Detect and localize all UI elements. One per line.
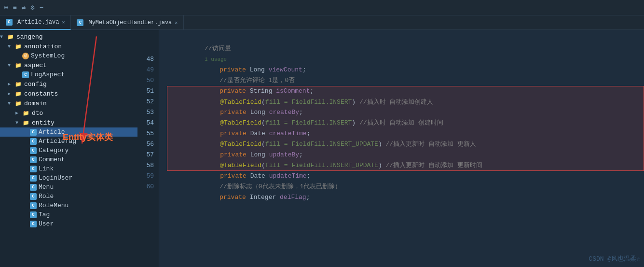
toolbar-icons: ⊕ ≡ ⇌ ⚙ −	[4, 3, 43, 12]
type-long-48: Long	[250, 66, 269, 73]
arrow-empty3	[23, 129, 30, 135]
class-icon-logaspect: C	[22, 71, 29, 78]
tree-item-logaspect[interactable]: C LogAspect	[0, 70, 137, 79]
type-long-52: Long	[250, 109, 269, 116]
arrow-config: ▶	[8, 81, 14, 87]
sidebar[interactable]: ▼ 📁 sangeng ▼ 📁 annotation @ SystemLog ▼…	[0, 30, 137, 267]
folder-icon-aspect: 📁	[14, 61, 22, 69]
label-annotation: annotation	[24, 43, 62, 50]
tab-meta-handler[interactable]: C MyMetaObjectHandler.java ✕	[71, 15, 184, 30]
split-icon[interactable]: ⇌	[22, 3, 26, 12]
tree-item-sangeng[interactable]: ▼ 📁 sangeng	[0, 32, 137, 42]
tree-item-constants[interactable]: ▶ 📁 constants	[0, 89, 137, 98]
arrow-empty5	[23, 148, 30, 153]
tree-item-systemlog[interactable]: @ SystemLog	[0, 51, 137, 60]
tab-label-2: MyMetaObjectHandler.java	[88, 19, 172, 26]
label-domain: domain	[24, 100, 47, 107]
tree-item-category[interactable]: C Category	[0, 146, 137, 155]
arrow-empty6	[23, 157, 30, 162]
annotation-icon-systemlog: @	[22, 53, 29, 59]
anno-val-insertupdate-57: INSERT_UPDATE	[329, 162, 378, 169]
annotation-51: @TableField	[205, 98, 261, 106]
code-lines: //访问量 1 usage private Long viewCount; //…	[159, 30, 644, 267]
ln-49: 49	[137, 65, 159, 75]
arrow-sangeng: ▼	[0, 34, 7, 40]
tree-item-menu[interactable]: C Menu	[0, 183, 137, 192]
ln-48: 48	[137, 54, 159, 65]
tree-item-user[interactable]: C User	[0, 219, 137, 228]
tree-item-loginuser[interactable]: C LoginUser	[0, 173, 137, 183]
folder-icon-sangeng: 📁	[7, 33, 14, 41]
class-icon-articletag: C	[30, 138, 37, 145]
label-constants: constants	[24, 90, 58, 98]
arrow-aspect: ▼	[8, 63, 14, 68]
arrow-entity: ▼	[15, 120, 22, 126]
ln-56: 56	[137, 139, 159, 150]
field-createtime: createTime	[269, 130, 307, 137]
tab-article-java[interactable]: C Article.java ✕	[0, 15, 71, 30]
label-config: config	[24, 81, 47, 88]
label-tag: Tag	[39, 211, 50, 218]
field-delflag: delFlag	[280, 194, 306, 201]
tree-item-rolemenu[interactable]: C RoleMenu	[0, 201, 137, 210]
label-user: User	[39, 220, 54, 227]
tab-java-icon: C	[6, 19, 13, 26]
label-article: Article	[39, 128, 65, 136]
comment-49: //是否允许评论 1是，0否	[205, 77, 295, 84]
tree-item-articletag[interactable]: C ArticleTag	[0, 137, 137, 146]
tree-item-comment[interactable]: C Comment	[0, 155, 137, 164]
tab-close-2[interactable]: ✕	[175, 20, 178, 26]
arrow-dto: ▶	[15, 110, 22, 116]
arrow-empty12	[23, 212, 30, 217]
tree-item-role[interactable]: C Role	[0, 192, 137, 201]
annotation-57: @TableField	[205, 162, 261, 169]
list-icon[interactable]: ≡	[13, 4, 16, 12]
ln-usage	[137, 43, 159, 54]
class-icon-link: C	[30, 166, 37, 172]
tree-item-aspect[interactable]: ▼ 📁 aspect	[0, 60, 137, 70]
folder-icon-domain: 📁	[14, 99, 22, 107]
comment-59: //删除标志（0代表未删除，1代表已删除）	[205, 183, 341, 190]
folder-icon-constants: 📁	[14, 90, 22, 98]
tree-item-entity[interactable]: ▼ 📁 entity	[0, 118, 137, 127]
arrow-empty2	[15, 72, 22, 77]
class-icon-category: C	[30, 147, 37, 154]
tab-java-icon-2: C	[77, 19, 83, 26]
ln-comment1	[137, 33, 159, 43]
type-date-54: Date	[250, 130, 269, 137]
tab-bar: C Article.java ✕ C MyMetaObjectHandler.j…	[0, 15, 644, 30]
minus-icon[interactable]: −	[40, 4, 43, 12]
tree-item-link[interactable]: C Link	[0, 164, 137, 173]
ln-58: 58	[137, 160, 159, 171]
class-icon-article: C	[30, 129, 37, 136]
label-logaspect: LogAspect	[31, 71, 65, 78]
gear-icon[interactable]: ⚙	[30, 3, 34, 12]
anno-attr-57: fill = FieldFill.	[265, 162, 329, 169]
folder-icon-dto: 📁	[22, 109, 30, 117]
arrow-empty	[15, 53, 22, 58]
annotation-55: @TableField	[205, 141, 261, 148]
tree-item-dto[interactable]: ▶ 📁 dto	[0, 108, 137, 118]
tree-item-config[interactable]: ▶ 📁 config	[0, 79, 137, 89]
tab-close-1[interactable]: ✕	[62, 19, 65, 25]
tree-item-domain[interactable]: ▼ 📁 domain	[0, 98, 137, 108]
code-line-usage: 1 usage	[167, 43, 644, 54]
tree-item-annotation[interactable]: ▼ 📁 annotation	[0, 42, 137, 51]
ln-60: 60	[137, 182, 159, 192]
arrow-empty11	[23, 203, 30, 208]
class-icon-role: C	[30, 193, 37, 200]
folder-icon-annotation: 📁	[14, 42, 22, 50]
tree-item-tag[interactable]: C Tag	[0, 210, 137, 219]
ln-55: 55	[137, 128, 159, 139]
label-link: Link	[39, 165, 54, 172]
ln-51: 51	[137, 86, 159, 97]
comment-visit: //访问量	[205, 45, 231, 52]
tree-item-article[interactable]: C Article	[0, 127, 137, 137]
label-articletag: ArticleTag	[39, 138, 76, 145]
class-icon-user: C	[30, 221, 37, 227]
add-icon[interactable]: ⊕	[4, 3, 8, 12]
field-updateby: updateBy	[269, 151, 299, 158]
code-editor[interactable]: 48 49 50 51 52 53 54 55 56 57 58 59 60 /…	[137, 30, 644, 267]
kw-private-52: private	[205, 109, 250, 116]
arrow-annotation: ▼	[8, 44, 14, 49]
